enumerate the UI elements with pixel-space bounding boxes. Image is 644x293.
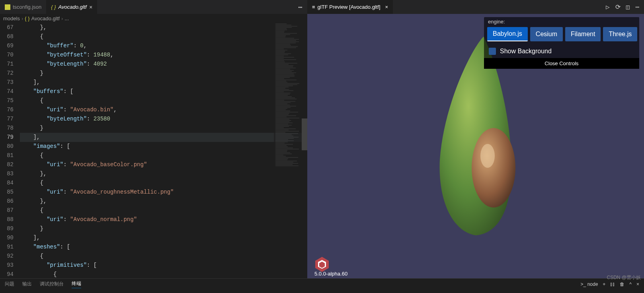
code-content[interactable]: }, { "buffer": 0, "byteOffset": 19488, "… — [20, 23, 307, 278]
breadcrumb-segment[interactable]: Avocado.gltf — [31, 16, 60, 21]
panel-tab-output[interactable]: 输出 — [22, 281, 32, 287]
preview-tabs: ≡ glTF Preview [Avocado.gltf] × ▷ ⟳ ◫ ⋯ — [307, 0, 644, 14]
panel-actions: >_ node + ⫿⫿ 🗑 ^ × — [581, 281, 639, 287]
tab-label: Avocado.gltf — [59, 4, 87, 10]
split-terminal-icon[interactable]: ⫿⫿ — [610, 281, 615, 287]
json-icon — [5, 4, 10, 10]
tab-gltf-preview[interactable]: ≡ glTF Preview [Avocado.gltf] × — [307, 0, 393, 14]
engine-button-threejs[interactable]: Three.js — [603, 27, 637, 41]
panel-tab-problems[interactable]: 问题 — [5, 281, 14, 287]
chevron-right-icon: › — [21, 16, 23, 21]
refresh-icon[interactable]: ⟳ — [615, 3, 621, 11]
panel-tab-debug[interactable]: 调试控制台 — [40, 281, 64, 287]
tab-tsconfig[interactable]: tsconfig.json — [0, 0, 46, 14]
add-terminal-icon[interactable]: + — [603, 281, 605, 287]
breadcrumb[interactable]: models › { } Avocado.gltf › ... — [0, 14, 307, 23]
breadcrumb-more[interactable]: ... — [64, 16, 69, 21]
breadcrumb-segment[interactable]: models — [3, 16, 20, 21]
engine-label: engine: — [484, 17, 639, 25]
terminal-profile[interactable]: >_ node — [581, 281, 598, 287]
more-icon[interactable]: ⋯ — [635, 3, 639, 11]
tab-label: tsconfig.json — [13, 4, 41, 10]
scrollbar-thumb[interactable] — [302, 118, 307, 150]
braces-icon: { } — [25, 16, 29, 21]
close-icon[interactable]: × — [385, 4, 388, 10]
engine-buttons: Babylon.jsCesiumFilamentThree.js — [484, 25, 639, 45]
controls-panel: engine: Babylon.jsCesiumFilamentThree.js… — [484, 17, 639, 69]
watermark: CSDN @雲小妖 — [607, 274, 641, 281]
chevron-right-icon: › — [61, 16, 63, 21]
split-icon[interactable]: ◫ — [626, 3, 630, 11]
close-panel-icon[interactable]: × — [636, 281, 639, 287]
preview-pane: ≡ glTF Preview [Avocado.gltf] × ▷ ⟳ ◫ ⋯ — [307, 0, 644, 278]
trash-icon[interactable]: 🗑 — [620, 281, 624, 287]
code-editor[interactable]: 6768697071727374757677787980818283848586… — [0, 23, 307, 278]
tab-label: glTF Preview [Avocado.gltf] — [318, 4, 381, 10]
editor-pane: tsconfig.json { } Avocado.gltf × ⋯ model… — [0, 0, 307, 278]
svg-point-1 — [472, 128, 515, 208]
close-controls-button[interactable]: Close Controls — [484, 58, 639, 69]
editor-tabs: tsconfig.json { } Avocado.gltf × ⋯ — [0, 0, 307, 14]
engine-button-cesium[interactable]: Cesium — [530, 27, 563, 41]
preview-viewport[interactable]: engine: Babylon.jsCesiumFilamentThree.js… — [307, 14, 644, 278]
scrollbar[interactable] — [302, 23, 307, 278]
bottom-panel: 问题 输出 调试控制台 终端 >_ node + ⫿⫿ 🗑 ^ × — [0, 278, 644, 289]
preview-actions: ▷ ⟳ ◫ ⋯ — [601, 3, 644, 11]
engine-button-babylonjs[interactable]: Babylon.js — [487, 27, 528, 41]
tab-overflow-icon[interactable]: ⋯ — [293, 3, 307, 12]
panel-tab-terminal[interactable]: 终端 — [72, 280, 81, 288]
svg-rect-0 — [5, 4, 10, 10]
chevron-up-icon[interactable]: ^ — [629, 281, 632, 287]
line-gutter: 6768697071727374757677787980818283848586… — [0, 23, 20, 278]
show-background-row[interactable]: Show Background — [484, 45, 639, 58]
babylon-logo — [314, 256, 330, 273]
tab-avocado-gltf[interactable]: { } Avocado.gltf × — [46, 0, 97, 14]
svg-point-2 — [480, 144, 495, 168]
play-icon[interactable]: ▷ — [606, 3, 610, 11]
preview-icon: ≡ — [312, 4, 315, 10]
close-icon[interactable]: × — [89, 4, 92, 10]
show-background-checkbox[interactable] — [489, 48, 496, 55]
show-background-label: Show Background — [500, 48, 552, 55]
engine-button-filament[interactable]: Filament — [565, 27, 601, 41]
braces-icon: { } — [51, 4, 56, 10]
minimap[interactable] — [274, 23, 302, 278]
version-text: 5.0.0-alpha.60 — [314, 271, 347, 277]
